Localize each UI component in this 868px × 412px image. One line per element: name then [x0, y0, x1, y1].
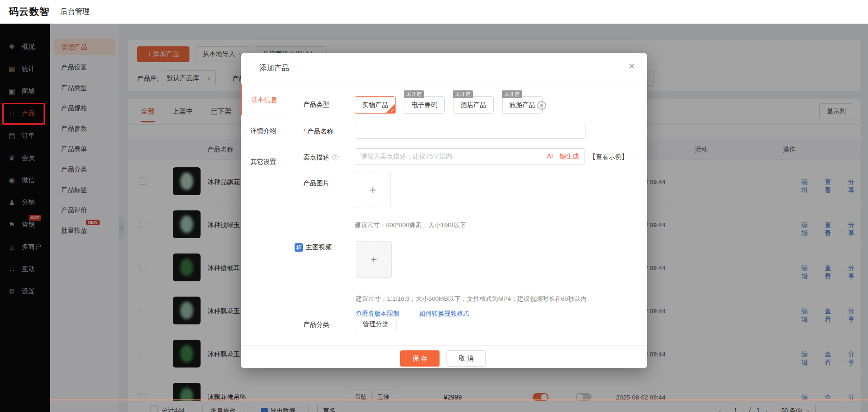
- product-image-label: 产品图片: [303, 179, 329, 188]
- product-type-option-label: 电子券码: [411, 101, 437, 109]
- product-type-option[interactable]: 未开启 酒店产品: [453, 96, 494, 114]
- ai-generate-link[interactable]: AI一键生成: [547, 152, 579, 161]
- product-type-option[interactable]: 未开启 旅游产品: [502, 96, 543, 114]
- modal-header-divider: [241, 84, 647, 84]
- app-root: 码云数智 后台管理 ❖ 概况 ▦ 统计 ▣ 商城 ∷: [0, 0, 868, 412]
- plus-icon: +: [371, 253, 377, 266]
- brand-logo: 码云数智: [9, 5, 50, 18]
- selling-point-placeholder: 请输入卖点描述，建议75字以内: [361, 152, 547, 161]
- manage-category-button[interactable]: 管理分类: [355, 317, 396, 332]
- product-type-option-label: 酒店产品: [460, 101, 486, 109]
- product-type-option-label: 旅游产品: [509, 101, 535, 109]
- modal-tab[interactable]: 基本信息: [241, 84, 286, 115]
- product-type-option[interactable]: 实物产品 ✓: [355, 96, 396, 114]
- cancel-button[interactable]: 取 消: [447, 350, 486, 367]
- selling-point-input[interactable]: 请输入卖点描述，建议75字以内 AI一键生成: [355, 148, 585, 165]
- annotation-highlight-box: [2, 103, 45, 125]
- selling-point-label: 卖点描述?: [303, 153, 339, 162]
- annotation-line: [50, 399, 868, 400]
- image-size-hint: 建议尺寸：800*800像素；大小1MB以下: [355, 221, 466, 229]
- save-button[interactable]: 保 存: [400, 350, 440, 367]
- plus-icon: +: [370, 184, 376, 196]
- product-type-option-label: 实物产品: [362, 101, 388, 109]
- video-tag-badge: 标: [295, 243, 303, 252]
- help-icon[interactable]: ?: [332, 154, 339, 160]
- view-example-link[interactable]: 【查看示例】: [589, 153, 628, 161]
- not-enabled-badge: 未开启: [453, 90, 473, 98]
- video-size-hint: 建议尺寸：1:1/16:9；大小500MB以下；文件格式为MP4；建议视频时长在…: [356, 295, 587, 303]
- product-category-label: 产品分类: [303, 321, 329, 329]
- product-name-field-label: *产品名称: [303, 127, 333, 136]
- modal-tab-list: 基本信息 详情介绍 其它设置: [241, 84, 286, 312]
- selected-check-icon: ✓: [385, 103, 396, 114]
- video-upload-box[interactable]: +: [356, 241, 392, 278]
- not-enabled-badge: 未开启: [404, 90, 424, 98]
- modal-title: 添加产品: [259, 63, 289, 73]
- modal-footer-divider: [241, 345, 647, 346]
- main-video-label: 主图视频: [306, 243, 332, 252]
- page-title: 后台管理: [60, 7, 90, 17]
- top-header: 码云数智 后台管理: [0, 0, 868, 24]
- modal-tab[interactable]: 其它设置: [241, 146, 286, 177]
- preview-eye-icon[interactable]: [537, 101, 546, 110]
- add-product-modal: 添加产品 ✕ 基本信息 详情介绍 其它设置 产品类型 实物产品 ✓: [241, 53, 647, 368]
- image-upload-box[interactable]: +: [355, 172, 391, 208]
- modal-tab[interactable]: 详情介绍: [241, 115, 286, 146]
- not-enabled-badge: 未开启: [502, 90, 522, 98]
- convert-video-link[interactable]: 如何转换视频格式: [419, 310, 469, 318]
- product-type-label: 产品类型: [303, 101, 329, 109]
- required-asterisk: *: [303, 127, 306, 135]
- product-type-option[interactable]: 未开启 电子券码: [404, 96, 445, 114]
- close-icon[interactable]: ✕: [629, 62, 635, 71]
- product-name-input[interactable]: [355, 123, 585, 139]
- product-type-options: 实物产品 ✓ 未开启 电子券码 未开启 酒店产品 未开启 旅游产品: [355, 96, 543, 114]
